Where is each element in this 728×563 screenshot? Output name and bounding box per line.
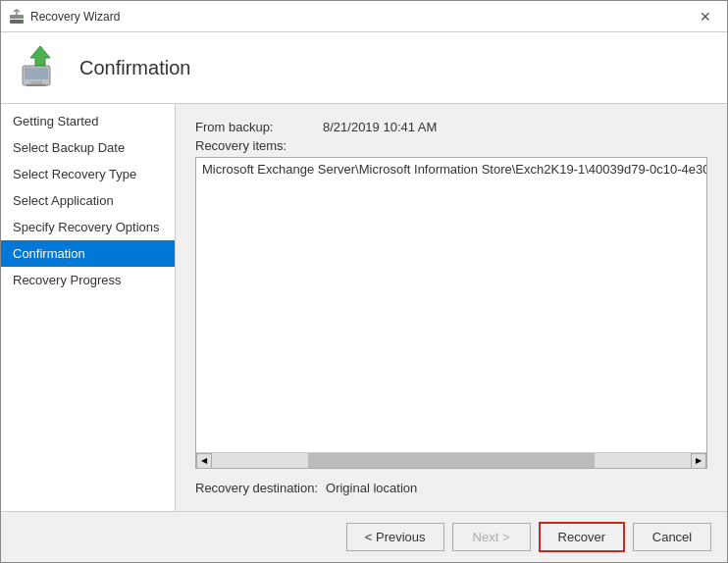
from-backup-row: From backup: 8/21/2019 10:41 AM xyxy=(195,120,707,134)
destination-row: Recovery destination: Original location xyxy=(195,481,707,495)
svg-point-2 xyxy=(21,16,23,18)
from-backup-value: 8/21/2019 10:41 AM xyxy=(323,120,437,134)
sidebar-item-specify-recovery-options[interactable]: Specify Recovery Options xyxy=(1,214,175,240)
sidebar-item-select-recovery-type[interactable]: Select Recovery Type xyxy=(1,161,175,187)
footer: < Previous Next > Recover Cancel xyxy=(1,511,727,562)
recovery-items-box: Microsoft Exchange Server\Microsoft Info… xyxy=(195,157,707,469)
scroll-thumb[interactable] xyxy=(308,453,596,469)
page-title: Confirmation xyxy=(79,57,190,79)
scroll-left-arrow[interactable]: ◀ xyxy=(196,453,212,469)
scroll-right-arrow[interactable]: ▶ xyxy=(691,453,706,469)
sidebar-item-getting-started[interactable]: Getting Started xyxy=(1,108,175,134)
recovery-wizard-window: Recovery Wizard ✕ Confirmation Getting S… xyxy=(0,0,728,563)
previous-button[interactable]: < Previous xyxy=(346,523,444,551)
header-section: Confirmation xyxy=(1,32,727,104)
cancel-button[interactable]: Cancel xyxy=(633,523,711,551)
title-bar-text: Recovery Wizard xyxy=(30,10,692,24)
sidebar: Getting Started Select Backup Date Selec… xyxy=(1,104,176,511)
app-icon xyxy=(9,9,25,25)
destination-value: Original location xyxy=(326,481,417,495)
destination-label: Recovery destination: xyxy=(195,481,318,495)
from-backup-label: From backup: xyxy=(195,120,323,134)
title-bar: Recovery Wizard ✕ xyxy=(1,1,727,32)
main-content: From backup: 8/21/2019 10:41 AM Recovery… xyxy=(176,104,727,511)
recovery-items-content: Microsoft Exchange Server\Microsoft Info… xyxy=(196,158,706,180)
svg-rect-7 xyxy=(26,84,46,86)
close-button[interactable]: ✕ xyxy=(692,3,719,30)
svg-marker-8 xyxy=(30,46,50,66)
content-area: Getting Started Select Backup Date Selec… xyxy=(1,104,727,511)
recovery-items-label: Recovery items: xyxy=(195,138,707,153)
svg-point-3 xyxy=(21,21,23,23)
svg-rect-6 xyxy=(30,81,42,84)
wizard-icon xyxy=(17,44,64,91)
sidebar-item-recovery-progress[interactable]: Recovery Progress xyxy=(1,267,175,293)
sidebar-item-select-backup-date[interactable]: Select Backup Date xyxy=(1,134,175,161)
recover-button[interactable]: Recover xyxy=(539,522,625,552)
sidebar-item-confirmation[interactable]: Confirmation xyxy=(1,240,175,267)
sidebar-item-select-application[interactable]: Select Application xyxy=(1,187,175,214)
scroll-track[interactable] xyxy=(212,453,691,469)
horizontal-scrollbar[interactable]: ◀ ▶ xyxy=(196,452,706,468)
next-button[interactable]: Next > xyxy=(452,523,531,551)
svg-rect-5 xyxy=(25,68,48,79)
